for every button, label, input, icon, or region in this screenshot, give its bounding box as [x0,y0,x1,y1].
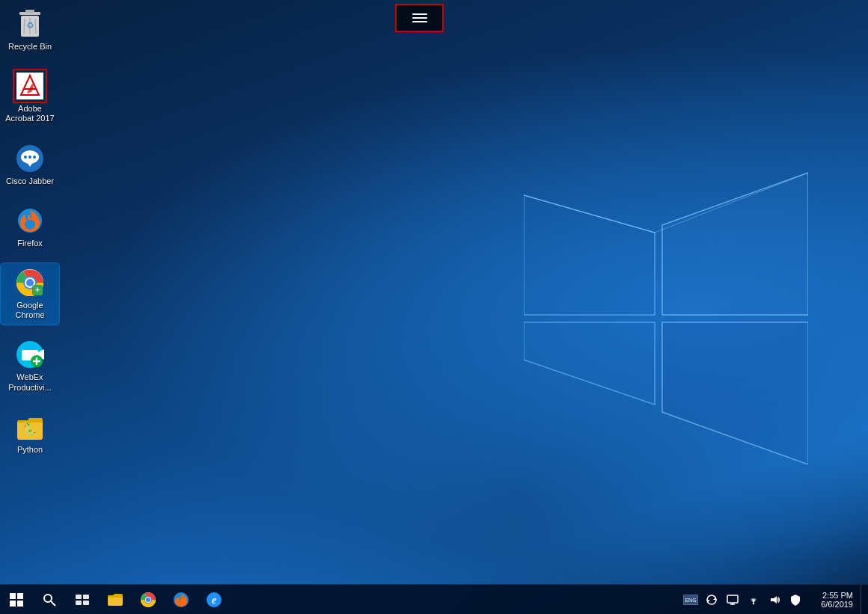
svg-text:+: + [35,286,40,294]
svg-marker-5 [524,322,655,405]
task-view-button[interactable] [66,585,99,615]
svg-marker-7 [662,322,808,464]
google-chrome-icon[interactable]: + Google Chrome [1,263,59,325]
svg-rect-48 [83,595,89,599]
system-clock[interactable]: 2:55 PM 6/6/2019 [807,585,859,615]
python-image: 🐍 [15,412,45,442]
google-chrome-image: + [15,268,45,298]
svg-rect-11 [25,10,34,13]
taskbar-firefox[interactable] [165,585,198,615]
svg-rect-63 [727,595,738,603]
svg-marker-61 [713,597,716,600]
svg-point-45 [44,595,52,602]
sync-tray[interactable] [702,585,721,615]
desktop-icons-container: ♻ Recycle Bin Adobe Acrobat 2017 [0,0,60,470]
adobe-acrobat-icon[interactable]: Adobe Acrobat 2017 [1,67,59,128]
svg-point-24 [28,156,31,159]
recycle-bin-image: ♻ [15,9,45,39]
clock-date: 6/6/2019 [821,600,853,609]
recycle-bin-icon[interactable]: ♻ Recycle Bin [1,4,59,56]
taskbar-file-explorer[interactable] [99,585,132,615]
firefox-image [15,206,45,236]
svg-marker-62 [707,600,710,603]
highlighted-menu-button[interactable] [395,4,444,32]
system-tray: ENG [678,585,868,615]
svg-point-66 [753,602,754,604]
python-label: Python [17,445,43,455]
webex-image [15,340,45,369]
svg-line-13 [24,19,25,34]
display-tray[interactable] [723,585,742,615]
svg-text:e: e [212,595,216,606]
cisco-jabber-icon[interactable]: Cisco Jabber [1,139,59,191]
python-icon[interactable]: 🐍 Python [1,408,59,459]
adobe-acrobat-label: Adobe Acrobat 2017 [4,104,56,123]
firefox-icon[interactable]: Firefox [1,201,59,253]
svg-rect-47 [76,595,82,599]
desktop: ♻ Recycle Bin Adobe Acrobat 2017 [0,0,868,614]
network-tray[interactable] [744,585,763,615]
start-button[interactable] [0,585,33,615]
svg-point-55 [146,598,150,602]
svg-point-30 [26,279,34,286]
svg-marker-67 [771,596,777,604]
taskbar-chrome[interactable] [132,585,165,615]
sound-tray[interactable] [765,585,784,615]
google-chrome-label: Google Chrome [4,301,56,320]
svg-marker-1 [524,195,655,315]
svg-rect-49 [76,601,82,605]
svg-rect-50 [83,601,89,605]
svg-line-15 [35,19,36,34]
svg-line-46 [51,601,55,606]
svg-rect-42 [17,593,23,599]
cisco-jabber-label: Cisco Jabber [6,176,54,186]
svg-point-25 [33,156,36,159]
svg-text:ENG: ENG [685,598,696,603]
adobe-acrobat-image [15,71,45,101]
svg-rect-41 [10,593,16,599]
svg-text:♻: ♻ [26,20,34,31]
taskbar-ie[interactable]: e [198,585,230,615]
recycle-bin-label: Recycle Bin [8,42,52,52]
windows-logo-background [524,150,808,464]
clock-time: 2:55 PM [822,591,853,600]
webex-icon[interactable]: WebEx Productivi... [1,335,59,396]
shield-tray[interactable] [786,585,805,615]
firefox-label: Firefox [17,239,43,248]
show-desktop-button[interactable] [861,585,865,615]
cisco-jabber-image [15,144,45,174]
keyboard-language-tray[interactable]: ENG [681,585,700,615]
search-button[interactable] [33,585,66,615]
svg-marker-3 [662,173,808,315]
taskbar: e ENG [0,584,868,614]
webex-label: WebEx Productivi... [4,372,56,392]
svg-text:🐍: 🐍 [22,422,37,436]
svg-rect-43 [10,601,16,607]
menu-bars-icon [412,13,427,22]
svg-rect-44 [17,601,23,607]
svg-point-23 [24,156,27,159]
